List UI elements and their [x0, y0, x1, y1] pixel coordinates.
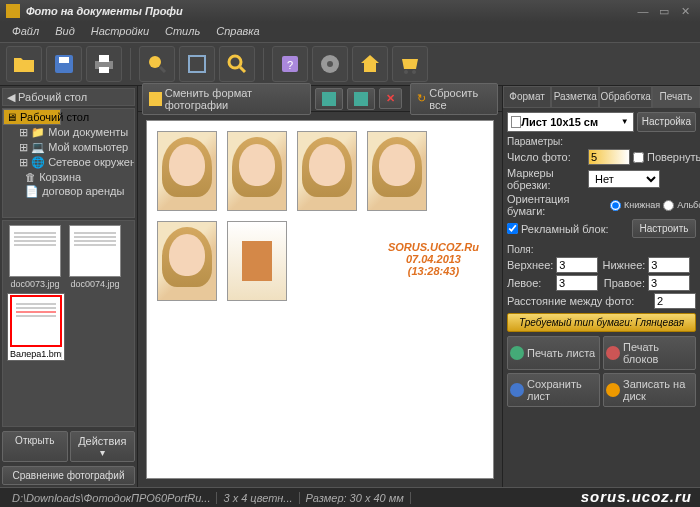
rotate-right-button[interactable]: [347, 88, 375, 110]
tree-item[interactable]: ⊞ 🌐 Сетевое окружение: [3, 155, 134, 170]
open-button[interactable]: Открыть: [2, 431, 68, 462]
status-mode: 3 x 4 цветн...: [217, 492, 299, 504]
change-format-button[interactable]: Сменить формат фотографии: [142, 83, 311, 115]
tree-item[interactable]: ⊞ 📁 Мои документы: [3, 125, 134, 140]
close-button[interactable]: ✕: [676, 5, 694, 18]
print-button[interactable]: [86, 46, 122, 82]
folder-tree[interactable]: 🖥 Рабочий стол ⊞ 📁 Мои документы ⊞ 💻 Мой…: [2, 108, 135, 218]
main-toolbar: ?: [0, 42, 700, 86]
reset-all-button[interactable]: ↻ Сбросить все: [410, 83, 498, 115]
status-path: D:\Downloads\ФотодокПРО60PortRu...: [6, 492, 217, 504]
center-panel: Сменить формат фотографии ✕ ↻ Сбросить в…: [138, 86, 502, 487]
compare-button[interactable]: Сравнение фотографий: [2, 466, 135, 485]
tree-item[interactable]: 📄 договор аренды: [3, 184, 134, 199]
ad-config-button[interactable]: Настроить: [632, 219, 696, 238]
menu-file[interactable]: Файл: [4, 22, 47, 42]
menu-help[interactable]: Справка: [208, 22, 267, 42]
ad-checkbox[interactable]: [507, 223, 518, 234]
thumbnail[interactable]: doc0073.jpg: [7, 225, 63, 289]
print-sheet-button[interactable]: Печать листа: [507, 336, 600, 370]
svg-point-5: [149, 56, 161, 68]
delete-button[interactable]: ✕: [379, 88, 402, 109]
menu-style[interactable]: Стиль: [157, 22, 208, 42]
menu-settings[interactable]: Настройки: [83, 22, 157, 42]
config-button[interactable]: Настройка: [637, 112, 696, 132]
left-panel: ◀ Рабочий стол 🖥 Рабочий стол ⊞ 📁 Мои до…: [0, 86, 138, 487]
svg-rect-6: [189, 56, 205, 72]
right-panel: Формат Разметка Обработка Печать Лист 10…: [502, 86, 700, 487]
search-person-button[interactable]: [139, 46, 175, 82]
svg-text:?: ?: [287, 59, 293, 71]
menu-view[interactable]: Вид: [47, 22, 83, 42]
photo-slot[interactable]: [157, 131, 217, 211]
tab-edit[interactable]: Обработка: [599, 86, 651, 108]
gap-input[interactable]: [654, 293, 696, 309]
crop-select[interactable]: Нет: [588, 170, 660, 188]
edit-toolbar: Сменить формат фотографии ✕ ↻ Сбросить в…: [138, 86, 502, 112]
watermark: SORUS.UCOZ.Ru 07.04.2013 (13:28:43): [388, 241, 479, 277]
tab-format[interactable]: Формат: [503, 86, 551, 108]
actions-button[interactable]: Действия ▾: [70, 431, 136, 462]
menubar: Файл Вид Настройки Стиль Справка: [0, 22, 700, 42]
photo-count-input[interactable]: [588, 149, 630, 165]
photo-slot[interactable]: [157, 221, 217, 301]
thumbnail-grid: doc0073.jpg doc0074.jpg Валера1.bmp: [2, 220, 135, 427]
tab-print[interactable]: Печать: [652, 86, 700, 108]
margin-right-input[interactable]: [648, 275, 690, 291]
tab-layout[interactable]: Разметка: [551, 86, 599, 108]
margin-bottom-input[interactable]: [648, 257, 690, 273]
svg-point-13: [412, 70, 416, 74]
tree-item[interactable]: 🗑 Корзина: [3, 170, 134, 184]
maximize-button[interactable]: ▭: [655, 5, 673, 18]
help-button[interactable]: ?: [272, 46, 308, 82]
print-blocks-button[interactable]: Печать блоков: [603, 336, 696, 370]
cart-button[interactable]: [392, 46, 428, 82]
margin-left-input[interactable]: [556, 275, 598, 291]
app-title: Фото на документы Профи: [26, 5, 634, 17]
tabs: Формат Разметка Обработка Печать: [503, 86, 700, 108]
margins-header: Поля:: [507, 244, 696, 255]
svg-rect-3: [99, 55, 109, 62]
svg-point-11: [327, 61, 333, 67]
svg-rect-4: [99, 67, 109, 73]
paper-type-label: Требуемый тип бумаги: Глянцевая: [507, 313, 696, 332]
sheet-select[interactable]: Лист 10x15 см: [507, 112, 634, 132]
breadcrumb[interactable]: ◀ Рабочий стол: [2, 88, 135, 106]
photo-slot[interactable]: [367, 131, 427, 211]
thumbnail[interactable]: Валера1.bmp: [7, 293, 65, 361]
orient-landscape-radio[interactable]: [663, 200, 674, 211]
home-button[interactable]: [352, 46, 388, 82]
params-header: Параметры:: [507, 136, 696, 147]
svg-rect-1: [59, 57, 69, 63]
search-button[interactable]: [219, 46, 255, 82]
status-size: Размер: 30 x 40 мм: [300, 492, 411, 504]
burn-disc-button[interactable]: Записать на диск: [603, 373, 696, 407]
open-folder-button[interactable]: [6, 46, 42, 82]
brand-watermark: sorus.ucoz.ru: [581, 488, 692, 505]
svg-point-12: [404, 70, 408, 74]
svg-point-7: [229, 56, 241, 68]
rotate-left-button[interactable]: [315, 88, 343, 110]
thumbnail[interactable]: doc0074.jpg: [67, 225, 123, 289]
margin-top-input[interactable]: [556, 257, 598, 273]
minimize-button[interactable]: —: [634, 5, 652, 17]
video-button[interactable]: [312, 46, 348, 82]
photo-slot[interactable]: [297, 131, 357, 211]
frame-button[interactable]: [179, 46, 215, 82]
tree-item[interactable]: ⊞ 💻 Мой компьютер: [3, 140, 134, 155]
app-icon: [6, 4, 20, 18]
save-button[interactable]: [46, 46, 82, 82]
photo-slot[interactable]: [227, 131, 287, 211]
rotate-checkbox[interactable]: [633, 152, 644, 163]
tree-item[interactable]: 🖥 Рабочий стол: [3, 109, 61, 125]
titlebar: Фото на документы Профи — ▭ ✕: [0, 0, 700, 22]
ad-block-icon: [227, 221, 287, 301]
save-sheet-button[interactable]: Сохранить лист: [507, 373, 600, 407]
orient-portrait-radio[interactable]: [610, 200, 621, 211]
print-canvas: SORUS.UCOZ.Ru 07.04.2013 (13:28:43): [146, 120, 494, 479]
